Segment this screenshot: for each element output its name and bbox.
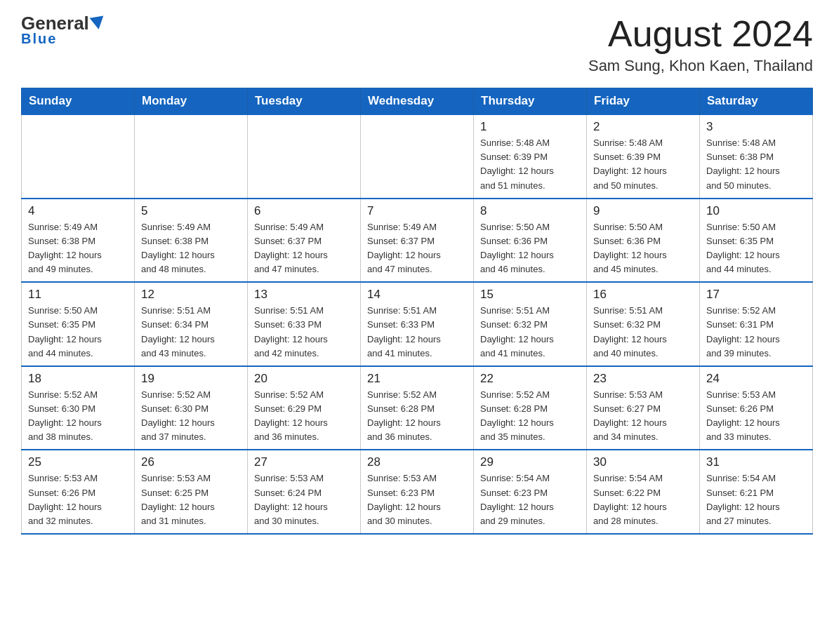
day-info: Sunrise: 5:52 AMSunset: 6:28 PMDaylight:… [480, 388, 580, 445]
day-info: Sunrise: 5:52 AMSunset: 6:29 PMDaylight:… [254, 388, 354, 445]
day-info: Sunrise: 5:52 AMSunset: 6:30 PMDaylight:… [28, 388, 128, 445]
day-info: Sunrise: 5:49 AMSunset: 6:38 PMDaylight:… [141, 220, 241, 277]
calendar-cell [361, 114, 474, 199]
day-info: Sunrise: 5:51 AMSunset: 6:34 PMDaylight:… [141, 304, 241, 361]
day-number: 18 [28, 372, 128, 386]
calendar-cell: 4Sunrise: 5:49 AMSunset: 6:38 PMDaylight… [22, 199, 135, 283]
day-number: 16 [593, 288, 693, 302]
calendar-cell: 31Sunrise: 5:54 AMSunset: 6:21 PMDayligh… [700, 450, 813, 534]
day-info: Sunrise: 5:54 AMSunset: 6:23 PMDaylight:… [480, 471, 580, 528]
day-info: Sunrise: 5:48 AMSunset: 6:38 PMDaylight:… [706, 136, 806, 193]
calendar-header-saturday: Saturday [700, 88, 813, 115]
calendar-header-thursday: Thursday [474, 88, 587, 115]
day-info: Sunrise: 5:52 AMSunset: 6:30 PMDaylight:… [141, 388, 241, 445]
day-info: Sunrise: 5:53 AMSunset: 6:25 PMDaylight:… [141, 471, 241, 528]
day-number: 12 [141, 288, 241, 302]
day-info: Sunrise: 5:54 AMSunset: 6:22 PMDaylight:… [593, 471, 693, 528]
calendar-table: SundayMondayTuesdayWednesdayThursdayFrid… [21, 88, 813, 535]
calendar-cell [248, 114, 361, 199]
calendar-header-friday: Friday [587, 88, 700, 115]
day-info: Sunrise: 5:53 AMSunset: 6:26 PMDaylight:… [706, 388, 806, 445]
calendar-week-4: 18Sunrise: 5:52 AMSunset: 6:30 PMDayligh… [22, 366, 813, 450]
calendar-cell: 8Sunrise: 5:50 AMSunset: 6:36 PMDaylight… [474, 199, 587, 283]
day-number: 28 [367, 455, 467, 469]
day-number: 13 [254, 288, 354, 302]
calendar-cell: 10Sunrise: 5:50 AMSunset: 6:35 PMDayligh… [700, 199, 813, 283]
day-number: 8 [480, 204, 580, 218]
logo-text: General [21, 14, 105, 32]
calendar-cell: 5Sunrise: 5:49 AMSunset: 6:38 PMDaylight… [135, 199, 248, 283]
calendar-header-wednesday: Wednesday [361, 88, 474, 115]
calendar-cell [135, 114, 248, 199]
day-info: Sunrise: 5:49 AMSunset: 6:37 PMDaylight:… [367, 220, 467, 277]
calendar-cell: 19Sunrise: 5:52 AMSunset: 6:30 PMDayligh… [135, 366, 248, 450]
day-info: Sunrise: 5:50 AMSunset: 6:36 PMDaylight:… [593, 220, 693, 277]
calendar-header-monday: Monday [135, 88, 248, 115]
day-number: 3 [706, 120, 806, 134]
day-number: 20 [254, 372, 354, 386]
day-info: Sunrise: 5:53 AMSunset: 6:24 PMDaylight:… [254, 471, 354, 528]
day-info: Sunrise: 5:49 AMSunset: 6:37 PMDaylight:… [254, 220, 354, 277]
day-number: 27 [254, 455, 354, 469]
day-number: 21 [367, 372, 467, 386]
day-number: 22 [480, 372, 580, 386]
location-subtitle: Sam Sung, Khon Kaen, Thailand [588, 57, 813, 75]
calendar-cell: 26Sunrise: 5:53 AMSunset: 6:25 PMDayligh… [135, 450, 248, 534]
calendar-cell: 17Sunrise: 5:52 AMSunset: 6:31 PMDayligh… [700, 282, 813, 366]
calendar-cell: 29Sunrise: 5:54 AMSunset: 6:23 PMDayligh… [474, 450, 587, 534]
day-info: Sunrise: 5:50 AMSunset: 6:35 PMDaylight:… [706, 220, 806, 277]
day-number: 24 [706, 372, 806, 386]
title-area: August 2024 Sam Sung, Khon Kaen, Thailan… [588, 14, 813, 75]
calendar-cell: 3Sunrise: 5:48 AMSunset: 6:38 PMDaylight… [700, 114, 813, 199]
calendar-header-sunday: Sunday [22, 88, 135, 115]
day-number: 10 [706, 204, 806, 218]
day-info: Sunrise: 5:51 AMSunset: 6:33 PMDaylight:… [254, 304, 354, 361]
day-info: Sunrise: 5:52 AMSunset: 6:31 PMDaylight:… [706, 304, 806, 361]
calendar-cell: 6Sunrise: 5:49 AMSunset: 6:37 PMDaylight… [248, 199, 361, 283]
day-number: 23 [593, 372, 693, 386]
calendar-cell: 24Sunrise: 5:53 AMSunset: 6:26 PMDayligh… [700, 366, 813, 450]
day-number: 17 [706, 288, 806, 302]
logo-blue: Blue [21, 31, 57, 47]
day-number: 1 [480, 120, 580, 134]
day-info: Sunrise: 5:53 AMSunset: 6:27 PMDaylight:… [593, 388, 693, 445]
calendar-week-5: 25Sunrise: 5:53 AMSunset: 6:26 PMDayligh… [22, 450, 813, 534]
calendar-cell: 30Sunrise: 5:54 AMSunset: 6:22 PMDayligh… [587, 450, 700, 534]
day-number: 11 [28, 288, 128, 302]
calendar-cell: 13Sunrise: 5:51 AMSunset: 6:33 PMDayligh… [248, 282, 361, 366]
day-info: Sunrise: 5:49 AMSunset: 6:38 PMDaylight:… [28, 220, 128, 277]
month-title: August 2024 [588, 14, 813, 54]
calendar-cell: 16Sunrise: 5:51 AMSunset: 6:32 PMDayligh… [587, 282, 700, 366]
day-number: 31 [706, 455, 806, 469]
day-info: Sunrise: 5:50 AMSunset: 6:36 PMDaylight:… [480, 220, 580, 277]
calendar-cell: 21Sunrise: 5:52 AMSunset: 6:28 PMDayligh… [361, 366, 474, 450]
day-info: Sunrise: 5:54 AMSunset: 6:21 PMDaylight:… [706, 471, 806, 528]
calendar-cell [22, 114, 135, 199]
day-info: Sunrise: 5:50 AMSunset: 6:35 PMDaylight:… [28, 304, 128, 361]
day-number: 25 [28, 455, 128, 469]
day-number: 15 [480, 288, 580, 302]
day-number: 30 [593, 455, 693, 469]
day-info: Sunrise: 5:51 AMSunset: 6:32 PMDaylight:… [480, 304, 580, 361]
logo: General Blue [21, 14, 105, 47]
calendar-cell: 22Sunrise: 5:52 AMSunset: 6:28 PMDayligh… [474, 366, 587, 450]
day-number: 4 [28, 204, 128, 218]
day-info: Sunrise: 5:53 AMSunset: 6:23 PMDaylight:… [367, 471, 467, 528]
day-info: Sunrise: 5:51 AMSunset: 6:32 PMDaylight:… [593, 304, 693, 361]
calendar-cell: 28Sunrise: 5:53 AMSunset: 6:23 PMDayligh… [361, 450, 474, 534]
day-info: Sunrise: 5:51 AMSunset: 6:33 PMDaylight:… [367, 304, 467, 361]
day-info: Sunrise: 5:48 AMSunset: 6:39 PMDaylight:… [480, 136, 580, 193]
day-number: 9 [593, 204, 693, 218]
day-number: 26 [141, 455, 241, 469]
calendar-week-1: 1Sunrise: 5:48 AMSunset: 6:39 PMDaylight… [22, 114, 813, 199]
calendar-cell: 18Sunrise: 5:52 AMSunset: 6:30 PMDayligh… [22, 366, 135, 450]
page-header: General Blue August 2024 Sam Sung, Khon … [21, 14, 813, 75]
calendar-cell: 20Sunrise: 5:52 AMSunset: 6:29 PMDayligh… [248, 366, 361, 450]
calendar-cell: 25Sunrise: 5:53 AMSunset: 6:26 PMDayligh… [22, 450, 135, 534]
calendar-cell: 27Sunrise: 5:53 AMSunset: 6:24 PMDayligh… [248, 450, 361, 534]
calendar-cell: 11Sunrise: 5:50 AMSunset: 6:35 PMDayligh… [22, 282, 135, 366]
day-number: 14 [367, 288, 467, 302]
calendar-cell: 15Sunrise: 5:51 AMSunset: 6:32 PMDayligh… [474, 282, 587, 366]
calendar-cell: 2Sunrise: 5:48 AMSunset: 6:39 PMDaylight… [587, 114, 700, 199]
day-info: Sunrise: 5:52 AMSunset: 6:28 PMDaylight:… [367, 388, 467, 445]
